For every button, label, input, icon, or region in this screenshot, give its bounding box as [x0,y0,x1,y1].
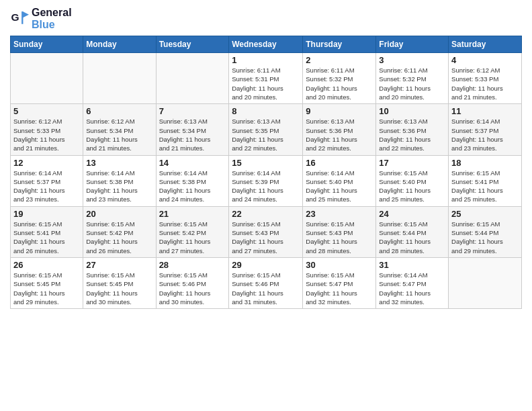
day-info: Sunrise: 6:14 AM Sunset: 5:40 PM Dayligh… [306,169,373,204]
day-cell: 31Sunrise: 6:14 AM Sunset: 5:47 PM Dayli… [376,257,449,308]
day-number: 27 [86,260,152,270]
day-cell [156,53,229,104]
weekday-header-friday: Friday [376,36,449,53]
day-cell: 17Sunrise: 6:15 AM Sunset: 5:40 PM Dayli… [376,155,449,206]
day-number: 23 [306,209,373,219]
day-number: 15 [232,158,300,168]
day-info: Sunrise: 6:14 AM Sunset: 5:38 PM Dayligh… [159,169,226,204]
day-cell: 6Sunrise: 6:12 AM Sunset: 5:34 PM Daylig… [83,104,156,155]
week-row-2: 5Sunrise: 6:12 AM Sunset: 5:33 PM Daylig… [11,104,522,155]
day-info: Sunrise: 6:12 AM Sunset: 5:34 PM Dayligh… [86,117,152,152]
day-cell: 12Sunrise: 6:14 AM Sunset: 5:37 PM Dayli… [11,155,83,206]
day-info: Sunrise: 6:15 AM Sunset: 5:45 PM Dayligh… [13,271,80,306]
day-cell [11,53,83,104]
day-number: 7 [159,106,226,116]
day-number: 4 [451,55,519,65]
day-info: Sunrise: 6:15 AM Sunset: 5:42 PM Dayligh… [159,220,226,255]
week-row-5: 26Sunrise: 6:15 AM Sunset: 5:45 PM Dayli… [11,257,522,308]
day-number: 9 [306,106,373,116]
day-info: Sunrise: 6:15 AM Sunset: 5:46 PM Dayligh… [232,271,300,306]
weekday-header-saturday: Saturday [449,36,522,53]
day-info: Sunrise: 6:11 AM Sunset: 5:31 PM Dayligh… [232,66,300,101]
day-number: 24 [379,209,445,219]
day-cell [83,53,156,104]
day-info: Sunrise: 6:13 AM Sunset: 5:35 PM Dayligh… [232,117,300,152]
weekday-header-wednesday: Wednesday [229,36,303,53]
day-cell: 24Sunrise: 6:15 AM Sunset: 5:44 PM Dayli… [376,206,449,257]
day-info: Sunrise: 6:15 AM Sunset: 5:45 PM Dayligh… [86,271,152,306]
day-cell: 10Sunrise: 6:13 AM Sunset: 5:36 PM Dayli… [376,104,449,155]
day-number: 6 [86,106,152,116]
day-info: Sunrise: 6:14 AM Sunset: 5:39 PM Dayligh… [232,169,300,204]
day-cell: 21Sunrise: 6:15 AM Sunset: 5:42 PM Dayli… [156,206,229,257]
day-cell: 13Sunrise: 6:14 AM Sunset: 5:38 PM Dayli… [83,155,156,206]
day-number: 1 [232,55,300,65]
day-cell: 26Sunrise: 6:15 AM Sunset: 5:45 PM Dayli… [11,257,83,308]
day-number: 17 [379,158,445,168]
day-info: Sunrise: 6:15 AM Sunset: 5:46 PM Dayligh… [159,271,226,306]
day-number: 12 [13,158,80,168]
day-number: 20 [86,209,152,219]
svg-rect-3 [21,11,23,24]
day-cell: 1Sunrise: 6:11 AM Sunset: 5:31 PM Daylig… [229,53,303,104]
day-number: 16 [306,158,373,168]
day-info: Sunrise: 6:14 AM Sunset: 5:38 PM Dayligh… [86,169,152,204]
day-info: Sunrise: 6:13 AM Sunset: 5:36 PM Dayligh… [379,117,445,152]
day-cell [449,257,522,308]
day-cell: 28Sunrise: 6:15 AM Sunset: 5:46 PM Dayli… [156,257,229,308]
week-row-3: 12Sunrise: 6:14 AM Sunset: 5:37 PM Dayli… [11,155,522,206]
day-number: 5 [13,106,80,116]
day-cell: 18Sunrise: 6:15 AM Sunset: 5:41 PM Dayli… [449,155,522,206]
day-info: Sunrise: 6:11 AM Sunset: 5:32 PM Dayligh… [379,66,445,101]
day-number: 26 [13,260,80,270]
day-cell: 8Sunrise: 6:13 AM Sunset: 5:35 PM Daylig… [229,104,303,155]
logo: G General Blue [10,7,72,30]
day-info: Sunrise: 6:15 AM Sunset: 5:41 PM Dayligh… [451,169,519,204]
day-info: Sunrise: 6:15 AM Sunset: 5:43 PM Dayligh… [306,220,373,255]
week-row-1: 1Sunrise: 6:11 AM Sunset: 5:31 PM Daylig… [11,53,522,104]
day-number: 18 [451,158,519,168]
header: G General Blue [10,7,522,30]
page: G General Blue SundayMondayTuesdayWednes… [0,0,532,411]
day-cell: 4Sunrise: 6:12 AM Sunset: 5:33 PM Daylig… [449,53,522,104]
day-cell: 14Sunrise: 6:14 AM Sunset: 5:38 PM Dayli… [156,155,229,206]
day-cell: 27Sunrise: 6:15 AM Sunset: 5:45 PM Dayli… [83,257,156,308]
day-info: Sunrise: 6:14 AM Sunset: 5:47 PM Dayligh… [379,271,445,306]
day-number: 10 [379,106,445,116]
day-number: 2 [306,55,373,65]
day-info: Sunrise: 6:14 AM Sunset: 5:37 PM Dayligh… [451,117,519,152]
day-number: 28 [159,260,226,270]
day-cell: 5Sunrise: 6:12 AM Sunset: 5:33 PM Daylig… [11,104,83,155]
weekday-header-monday: Monday [83,36,156,53]
day-number: 31 [379,260,445,270]
day-number: 30 [306,260,373,270]
day-info: Sunrise: 6:15 AM Sunset: 5:43 PM Dayligh… [232,220,300,255]
day-info: Sunrise: 6:12 AM Sunset: 5:33 PM Dayligh… [13,117,80,152]
day-number: 8 [232,106,300,116]
day-cell: 29Sunrise: 6:15 AM Sunset: 5:46 PM Dayli… [229,257,303,308]
calendar: SundayMondayTuesdayWednesdayThursdayFrid… [10,36,522,309]
weekday-header-tuesday: Tuesday [156,36,229,53]
day-info: Sunrise: 6:15 AM Sunset: 5:44 PM Dayligh… [451,220,519,255]
day-number: 14 [159,158,226,168]
day-cell: 7Sunrise: 6:13 AM Sunset: 5:34 PM Daylig… [156,104,229,155]
day-cell: 15Sunrise: 6:14 AM Sunset: 5:39 PM Dayli… [229,155,303,206]
day-cell: 2Sunrise: 6:11 AM Sunset: 5:32 PM Daylig… [303,53,376,104]
weekday-header-row: SundayMondayTuesdayWednesdayThursdayFrid… [11,36,522,53]
day-info: Sunrise: 6:15 AM Sunset: 5:42 PM Dayligh… [86,220,152,255]
day-info: Sunrise: 6:14 AM Sunset: 5:37 PM Dayligh… [13,169,80,204]
day-number: 13 [86,158,152,168]
day-cell: 19Sunrise: 6:15 AM Sunset: 5:41 PM Dayli… [11,206,83,257]
day-info: Sunrise: 6:12 AM Sunset: 5:33 PM Dayligh… [451,66,519,101]
day-info: Sunrise: 6:15 AM Sunset: 5:47 PM Dayligh… [306,271,373,306]
day-cell: 11Sunrise: 6:14 AM Sunset: 5:37 PM Dayli… [449,104,522,155]
day-info: Sunrise: 6:15 AM Sunset: 5:41 PM Dayligh… [13,220,80,255]
weekday-header-sunday: Sunday [11,36,83,53]
day-cell: 16Sunrise: 6:14 AM Sunset: 5:40 PM Dayli… [303,155,376,206]
day-number: 19 [13,209,80,219]
day-number: 29 [232,260,300,270]
day-cell: 3Sunrise: 6:11 AM Sunset: 5:32 PM Daylig… [376,53,449,104]
day-cell: 30Sunrise: 6:15 AM Sunset: 5:47 PM Dayli… [303,257,376,308]
week-row-4: 19Sunrise: 6:15 AM Sunset: 5:41 PM Dayli… [11,206,522,257]
svg-text:G: G [11,11,19,23]
